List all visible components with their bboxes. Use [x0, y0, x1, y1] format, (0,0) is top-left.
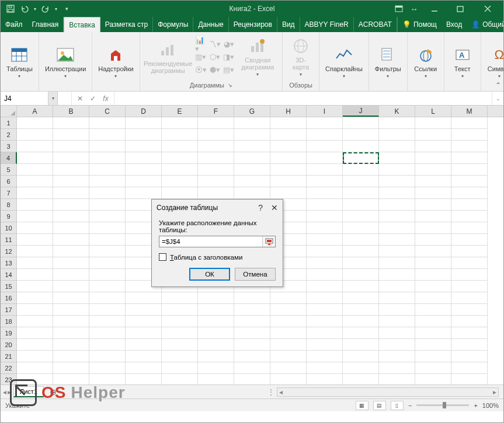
- cell[interactable]: [307, 351, 343, 362]
- cell[interactable]: [307, 316, 343, 327]
- cell[interactable]: [234, 362, 270, 374]
- cell[interactable]: [17, 222, 53, 234]
- share-button[interactable]: 👤Общий доступ: [467, 17, 504, 32]
- cell[interactable]: [234, 316, 270, 327]
- cell[interactable]: [89, 339, 126, 351]
- cell[interactable]: [53, 304, 89, 316]
- cell[interactable]: [162, 117, 198, 129]
- col-header-M[interactable]: M: [451, 106, 488, 117]
- cell[interactable]: [89, 176, 126, 187]
- horizontal-scrollbar[interactable]: ◂▸: [277, 387, 499, 397]
- cell[interactable]: [198, 176, 234, 187]
- col-header-H[interactable]: H: [270, 106, 307, 117]
- redo-icon[interactable]: [39, 2, 52, 15]
- cell[interactable]: [451, 176, 488, 187]
- cell[interactable]: [451, 117, 488, 129]
- cell[interactable]: [270, 339, 307, 351]
- cell[interactable]: [17, 117, 53, 129]
- cell[interactable]: [451, 304, 488, 316]
- cell[interactable]: [234, 374, 270, 384]
- cell[interactable]: [17, 362, 53, 374]
- cell[interactable]: [126, 129, 162, 141]
- row-header[interactable]: 12: [1, 246, 17, 257]
- cell[interactable]: [53, 351, 89, 362]
- cell[interactable]: [343, 129, 379, 141]
- cell[interactable]: [17, 199, 53, 211]
- row-header[interactable]: 22: [1, 362, 17, 374]
- tab-abbyy[interactable]: ABBYY FineR: [300, 17, 354, 32]
- cell[interactable]: [451, 129, 488, 141]
- row-header[interactable]: 16: [1, 292, 17, 304]
- cell[interactable]: [451, 141, 488, 152]
- cell[interactable]: [307, 176, 343, 187]
- cell[interactable]: [198, 362, 234, 374]
- col-header-G[interactable]: G: [234, 106, 270, 117]
- cell[interactable]: [53, 269, 89, 281]
- cell[interactable]: [307, 211, 343, 222]
- cell[interactable]: [53, 164, 89, 176]
- qa-customize-icon[interactable]: ▾: [60, 2, 73, 15]
- cell[interactable]: [198, 164, 234, 176]
- cell[interactable]: [162, 362, 198, 374]
- cell[interactable]: [307, 129, 343, 141]
- row-header[interactable]: 19: [1, 327, 17, 339]
- tell-me[interactable]: 💡Помощ: [397, 17, 442, 32]
- cell[interactable]: [162, 339, 198, 351]
- row-header[interactable]: 14: [1, 269, 17, 281]
- row-header[interactable]: 11: [1, 234, 17, 246]
- tables-button[interactable]: Таблицы ▾: [4, 44, 35, 80]
- cell[interactable]: [198, 292, 234, 304]
- sheet-tab[interactable]: Лист1: [13, 386, 44, 397]
- row-header[interactable]: 9: [1, 211, 17, 222]
- cell[interactable]: [343, 269, 379, 281]
- cell[interactable]: [162, 316, 198, 327]
- row-header[interactable]: 17: [1, 304, 17, 316]
- cell[interactable]: [379, 304, 415, 316]
- range-input[interactable]: [159, 236, 262, 247]
- cell[interactable]: [451, 281, 488, 292]
- cell[interactable]: [126, 316, 162, 327]
- cell[interactable]: [234, 339, 270, 351]
- cell[interactable]: [126, 187, 162, 199]
- cell[interactable]: [451, 246, 488, 257]
- cell[interactable]: [379, 327, 415, 339]
- row-header[interactable]: 5: [1, 164, 17, 176]
- illustrations-button[interactable]: Иллюстрации ▾: [43, 44, 88, 80]
- cell[interactable]: [343, 176, 379, 187]
- ribbon-display-icon[interactable]: [392, 2, 405, 15]
- cell[interactable]: [198, 187, 234, 199]
- cell[interactable]: [53, 152, 89, 164]
- map3d-button[interactable]: 3D-карта ▾: [286, 36, 315, 78]
- cell[interactable]: [234, 164, 270, 176]
- cell[interactable]: [53, 316, 89, 327]
- cell[interactable]: [234, 351, 270, 362]
- cell[interactable]: [198, 117, 234, 129]
- cell[interactable]: [126, 164, 162, 176]
- cell[interactable]: [307, 304, 343, 316]
- cell[interactable]: [415, 316, 451, 327]
- cell[interactable]: [307, 362, 343, 374]
- cell[interactable]: [415, 211, 451, 222]
- cell[interactable]: [234, 176, 270, 187]
- col-header-B[interactable]: B: [53, 106, 89, 117]
- cell[interactable]: [53, 246, 89, 257]
- cell[interactable]: [53, 141, 89, 152]
- cell[interactable]: [451, 152, 488, 164]
- cell[interactable]: [343, 222, 379, 234]
- cell[interactable]: [379, 269, 415, 281]
- cell[interactable]: [53, 362, 89, 374]
- cell[interactable]: [17, 351, 53, 362]
- cell[interactable]: [415, 176, 451, 187]
- cell[interactable]: [379, 234, 415, 246]
- cell[interactable]: [415, 281, 451, 292]
- row-header[interactable]: 23: [1, 374, 17, 384]
- cell[interactable]: [415, 351, 451, 362]
- row-header[interactable]: 6: [1, 176, 17, 187]
- cell[interactable]: [17, 316, 53, 327]
- cell[interactable]: [451, 292, 488, 304]
- collapse-ribbon-icon[interactable]: ⌃: [495, 81, 501, 89]
- cell[interactable]: [162, 129, 198, 141]
- cell[interactable]: [17, 141, 53, 152]
- tab-data[interactable]: Данные: [193, 17, 228, 32]
- cell[interactable]: [343, 117, 379, 129]
